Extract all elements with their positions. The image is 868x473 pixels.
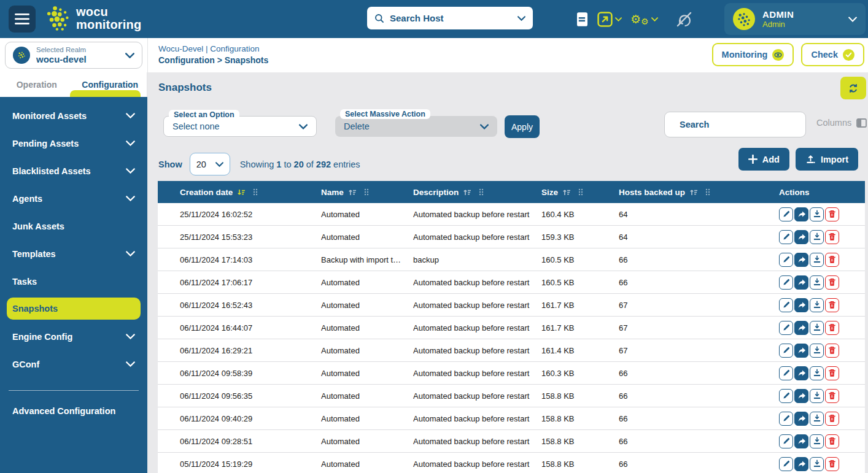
delete-button[interactable] bbox=[825, 253, 839, 267]
edit-button[interactable] bbox=[779, 298, 793, 312]
edit-button[interactable] bbox=[779, 321, 793, 335]
restore-button[interactable] bbox=[794, 344, 808, 358]
sidebar-item-tasks[interactable]: Tasks bbox=[7, 267, 141, 295]
search-host-combobox[interactable]: Search Host bbox=[367, 7, 533, 29]
breadcrumb-section[interactable]: Configuration bbox=[158, 55, 215, 65]
sort-desc-icon[interactable] bbox=[237, 188, 246, 196]
sort-icon[interactable] bbox=[348, 188, 357, 196]
download-button[interactable] bbox=[810, 412, 824, 426]
column-header-name[interactable]: Name bbox=[321, 188, 413, 197]
sidebar-item-pending-assets[interactable]: Pending Assets bbox=[7, 129, 141, 157]
download-button[interactable] bbox=[810, 389, 824, 403]
massive-action-select[interactable]: Select Massive Action Delete bbox=[335, 116, 497, 137]
column-header-hosts-backed-up[interactable]: Hosts backed up bbox=[619, 188, 779, 197]
sidebar-item-advanced-configuration[interactable]: Advanced Configuration bbox=[7, 397, 141, 425]
page-size-select[interactable]: 20 bbox=[190, 153, 230, 175]
delete-button[interactable] bbox=[825, 321, 839, 335]
import-button[interactable]: Import bbox=[796, 148, 858, 171]
edit-button[interactable] bbox=[779, 344, 793, 358]
restore-button[interactable] bbox=[794, 389, 808, 403]
drag-handle-icon[interactable] bbox=[578, 188, 583, 196]
restore-button[interactable] bbox=[794, 253, 808, 267]
check-button[interactable]: Check bbox=[801, 43, 864, 66]
drag-handle-icon[interactable] bbox=[705, 188, 710, 196]
breadcrumb-context[interactable]: Wocu-Devel | Configuration bbox=[158, 43, 268, 55]
delete-button[interactable] bbox=[825, 389, 839, 403]
download-button[interactable] bbox=[810, 434, 824, 448]
drag-handle-icon[interactable] bbox=[364, 188, 369, 196]
download-button[interactable] bbox=[810, 298, 824, 312]
edit-button[interactable] bbox=[779, 434, 793, 448]
columns-button[interactable]: Columns bbox=[816, 118, 867, 128]
sort-icon[interactable] bbox=[562, 188, 572, 196]
column-header-creation-date[interactable]: Creation date bbox=[158, 188, 321, 197]
refresh-button[interactable] bbox=[840, 77, 866, 99]
restore-button[interactable] bbox=[794, 412, 808, 426]
edit-button[interactable] bbox=[779, 457, 793, 471]
column-header-description[interactable]: Description bbox=[413, 188, 541, 197]
add-button[interactable]: Add bbox=[738, 148, 789, 171]
restore-button[interactable] bbox=[794, 434, 808, 448]
external-tools-menu[interactable] bbox=[597, 12, 622, 27]
download-button[interactable] bbox=[810, 253, 824, 267]
restore-button[interactable] bbox=[794, 275, 808, 290]
delete-button[interactable] bbox=[825, 434, 839, 448]
settings-menu[interactable]: ⚙ ⚙ bbox=[630, 12, 658, 26]
search-input[interactable] bbox=[680, 120, 800, 129]
restore-button[interactable] bbox=[794, 457, 808, 471]
cell-description: Automated backup before restart bbox=[413, 391, 541, 401]
edit-button[interactable] bbox=[779, 275, 793, 290]
sidebar-item-agents[interactable]: Agents bbox=[7, 185, 141, 212]
option-select[interactable]: Select an Option Select none bbox=[163, 116, 317, 137]
delete-button[interactable] bbox=[825, 412, 839, 426]
disabled-redo-button[interactable] bbox=[675, 10, 693, 28]
delete-button[interactable] bbox=[825, 298, 839, 312]
logbook-button[interactable] bbox=[576, 12, 589, 27]
sidebar-item-engine-config[interactable]: Engine Config bbox=[7, 323, 141, 350]
apply-button[interactable]: Apply bbox=[505, 115, 540, 138]
download-button[interactable] bbox=[810, 344, 824, 358]
sort-icon[interactable] bbox=[689, 188, 699, 196]
restore-button[interactable] bbox=[794, 230, 808, 244]
realm-selector[interactable]: Selected Realm wocu-devel bbox=[5, 42, 142, 69]
drag-handle-icon[interactable] bbox=[479, 188, 484, 196]
hamburger-menu-button[interactable] bbox=[9, 6, 36, 33]
sidebar-item-junk-assets[interactable]: Junk Assets bbox=[7, 212, 141, 240]
cell-actions bbox=[779, 253, 865, 267]
edit-button[interactable] bbox=[779, 412, 793, 426]
edit-button[interactable] bbox=[779, 389, 793, 403]
sidebar-item-gconf[interactable]: GConf bbox=[7, 350, 141, 378]
delete-button[interactable] bbox=[825, 344, 839, 358]
user-menu[interactable]: ADMIN Admin bbox=[724, 3, 866, 35]
delete-button[interactable] bbox=[825, 230, 839, 244]
download-button[interactable] bbox=[810, 275, 824, 290]
wocu-logo[interactable]: wocu monitoring bbox=[44, 5, 141, 32]
edit-button[interactable] bbox=[779, 366, 793, 380]
restore-button[interactable] bbox=[794, 207, 808, 221]
sort-icon[interactable] bbox=[463, 188, 472, 196]
drag-handle-icon[interactable] bbox=[253, 188, 258, 196]
sidebar-item-monitored-assets[interactable]: Monitored Assets bbox=[7, 102, 141, 129]
download-button[interactable] bbox=[810, 366, 824, 380]
column-header-size[interactable]: Size bbox=[541, 188, 619, 197]
tab-operation[interactable]: Operation bbox=[0, 72, 74, 97]
delete-button[interactable] bbox=[825, 275, 839, 290]
sidebar-item-templates[interactable]: Templates bbox=[7, 240, 141, 267]
download-button[interactable] bbox=[810, 230, 824, 244]
download-button[interactable] bbox=[810, 457, 824, 471]
delete-button[interactable] bbox=[825, 207, 839, 221]
download-button[interactable] bbox=[810, 321, 824, 335]
edit-button[interactable] bbox=[779, 230, 793, 244]
monitoring-button[interactable]: Monitoring bbox=[712, 43, 794, 66]
download-button[interactable] bbox=[810, 207, 824, 221]
delete-button[interactable] bbox=[825, 457, 839, 471]
sidebar-item-snapshots[interactable]: Snapshots bbox=[7, 298, 141, 320]
edit-button[interactable] bbox=[779, 207, 793, 221]
sidebar-item-blacklisted-assets[interactable]: Blacklisted Assets bbox=[7, 157, 141, 185]
restore-button[interactable] bbox=[794, 366, 808, 380]
cell-name: Automated bbox=[321, 391, 413, 401]
edit-button[interactable] bbox=[779, 253, 793, 267]
restore-button[interactable] bbox=[794, 321, 808, 335]
delete-button[interactable] bbox=[825, 366, 839, 380]
restore-button[interactable] bbox=[794, 298, 808, 312]
